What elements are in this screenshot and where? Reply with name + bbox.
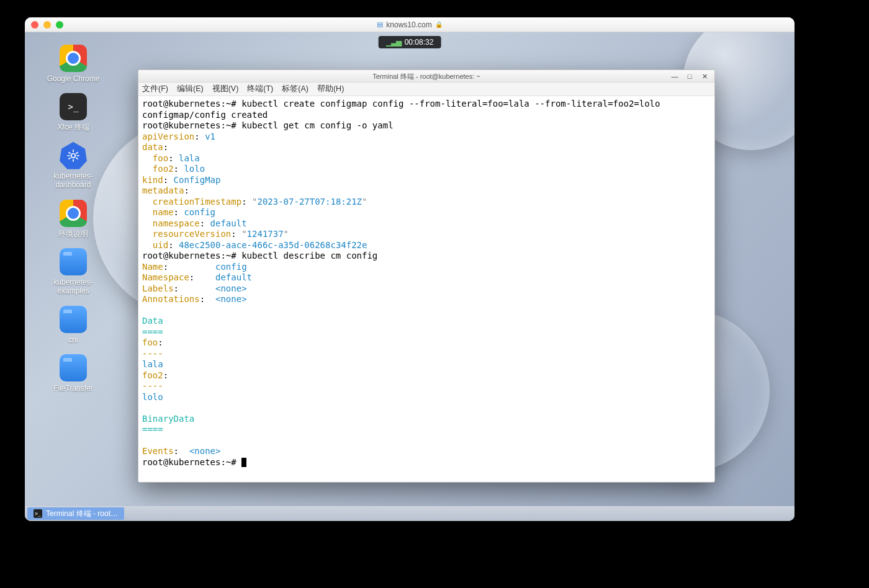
svg-point-0: [71, 154, 76, 158]
kubernetes-icon: [60, 142, 87, 169]
chrome-icon: [60, 45, 87, 72]
menu-edit[interactable]: 编辑(E): [177, 84, 204, 94]
folder-icon: [60, 354, 87, 381]
desktop-icon-cni[interactable]: cni: [36, 306, 110, 344]
desktop-icon-label: cni: [68, 336, 78, 344]
clock-pill: ▁▃▅ 00:08:32: [379, 36, 441, 48]
close-button[interactable]: ✕: [697, 71, 712, 82]
mac-window: ▤ knows10.com 🔒 ▁▃▅ 00:08:32 Google Chro…: [25, 17, 795, 521]
desktop-icon-xfce-terminal[interactable]: Xfce 终端: [36, 93, 110, 131]
signal-icon: ▁▃▅: [386, 38, 401, 47]
mac-url: knows10.com: [386, 20, 431, 29]
lock-icon: 🔒: [435, 21, 443, 28]
terminal-titlebar[interactable]: Terminal 终端 - root@kubernetes: ~ — □ ✕: [138, 70, 714, 82]
terminal-icon: [60, 93, 87, 120]
minimize-button[interactable]: —: [667, 71, 682, 82]
desktop-icon-label: FileTransfer: [53, 384, 93, 393]
maximize-button[interactable]: □: [682, 71, 697, 82]
desktop-icon-label: Xfce 终端: [57, 123, 89, 131]
desktop-icon-label: 环境说明: [58, 229, 88, 238]
terminal-menu: 文件(F) 编辑(E) 视图(V) 终端(T) 标签(A) 帮助(H): [138, 82, 714, 96]
remote-icon: ▤: [377, 20, 383, 29]
cursor-icon: [241, 458, 246, 467]
desktop-icon-label: kubernetes- dashboard: [53, 172, 92, 190]
desktop-icon-chrome[interactable]: Google Chrome: [36, 45, 110, 83]
window-controls: — □ ✕: [667, 70, 712, 82]
mac-titlebar: ▤ knows10.com 🔒: [25, 17, 795, 32]
taskbar-item-terminal[interactable]: >_ Terminal 终端 - root…: [27, 507, 124, 520]
clock-time: 00:08:32: [405, 38, 434, 47]
desktop-icon-k8s-dashboard[interactable]: kubernetes- dashboard: [36, 142, 110, 190]
terminal-title: Terminal 终端 - root@kubernetes: ~: [372, 73, 480, 80]
desktop-icon-k8s-examples[interactable]: kubernetes- examples: [36, 248, 110, 296]
menu-tabs[interactable]: 标签(A): [282, 84, 308, 94]
folder-icon: [60, 248, 87, 275]
desktop-icon-filetransfer[interactable]: FileTransfer: [36, 354, 110, 393]
menu-file[interactable]: 文件(F): [142, 84, 168, 94]
desktop-icons: Google Chrome Xfce 终端 kubernetes- dashbo…: [36, 45, 110, 403]
menu-terminal[interactable]: 终端(T): [247, 84, 273, 94]
terminal-body[interactable]: root@kubernetes:~# kubectl create config…: [138, 96, 714, 482]
desktop-icon-env-desc[interactable]: 环境说明: [36, 200, 110, 238]
desktop-icon-label: Google Chrome: [47, 74, 100, 83]
folder-icon: [60, 306, 87, 333]
desktop-icon-label: kubernetes- examples: [53, 278, 92, 296]
terminal-window: Terminal 终端 - root@kubernetes: ~ — □ ✕ 文…: [138, 69, 715, 483]
remote-desktop[interactable]: ▁▃▅ 00:08:32 Google Chrome Xfce 终端 kuber…: [25, 32, 795, 521]
taskbar: >_ Terminal 终端 - root…: [25, 506, 795, 521]
mac-title: ▤ knows10.com 🔒: [25, 20, 795, 29]
taskbar-item-label: Terminal 终端 - root…: [46, 509, 118, 519]
terminal-icon: >_: [34, 509, 42, 518]
menu-view[interactable]: 视图(V): [212, 84, 239, 94]
menu-help[interactable]: 帮助(H): [317, 84, 344, 94]
chrome-icon: [60, 200, 87, 227]
